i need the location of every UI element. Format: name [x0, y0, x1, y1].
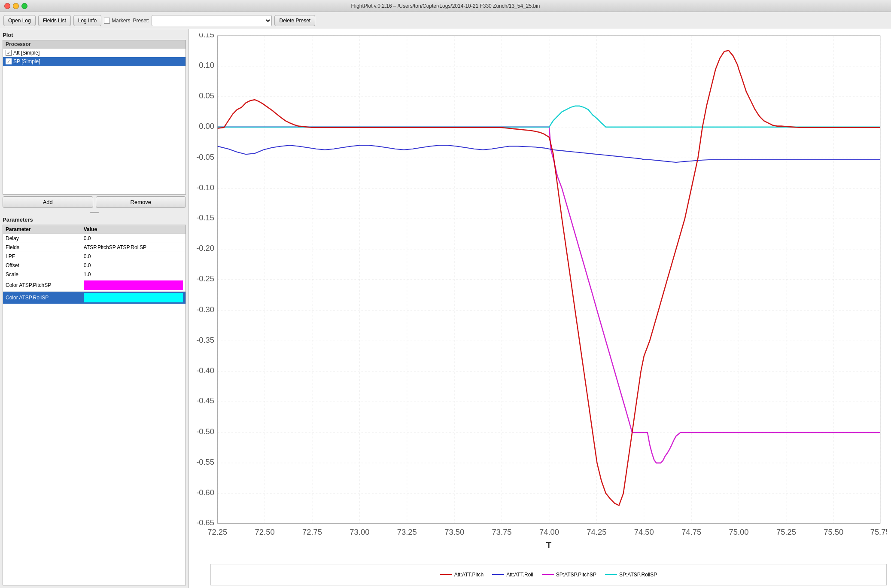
plot-list-header: Processor: [3, 40, 185, 49]
param-name: Color ATSP.RollSP: [3, 292, 81, 304]
param-name: Scale: [3, 270, 81, 279]
params-col-param: Parameter: [3, 225, 81, 234]
params-row[interactable]: Color ATSP.PitchSP: [3, 279, 185, 292]
remove-button[interactable]: Remove: [96, 196, 186, 208]
resizer[interactable]: [3, 210, 186, 214]
markers-label: Markers: [112, 18, 130, 24]
svg-text:-0.60: -0.60: [196, 488, 214, 497]
svg-text:72.75: 72.75: [302, 527, 322, 536]
svg-text:-0.35: -0.35: [196, 335, 214, 344]
color-swatch[interactable]: [84, 280, 183, 290]
legend-item-pitchsp: SP:ATSP.PitchSP: [542, 572, 596, 578]
params-row[interactable]: FieldsATSP.PitchSP ATSP.RollSP: [3, 243, 185, 252]
legend-label-pitchsp: SP:ATSP.PitchSP: [556, 572, 596, 578]
svg-text:72.50: 72.50: [255, 527, 275, 536]
params-row[interactable]: LPF0.0: [3, 252, 185, 261]
preset-label: Preset:: [133, 18, 149, 24]
close-button[interactable]: [4, 3, 10, 9]
plot-section-label: Plot: [3, 32, 186, 38]
param-value[interactable]: [81, 279, 185, 292]
legend-label-roll: Att:ATT.Roll: [506, 572, 533, 578]
maximize-button[interactable]: [21, 3, 27, 9]
svg-text:73.50: 73.50: [444, 527, 464, 536]
param-value: ATSP.PitchSP ATSP.RollSP: [81, 243, 185, 252]
markers-checkbox[interactable]: [104, 18, 110, 24]
svg-text:73.25: 73.25: [397, 527, 417, 536]
param-value: 0.0: [81, 234, 185, 243]
legend-line-roll: [492, 574, 504, 575]
params-section: Parameters Parameter Value Delay0.0Field…: [3, 216, 186, 585]
item-label-sp: SP [Simple]: [13, 58, 40, 64]
legend-label-rollsp: SP:ATSP.RollSP: [619, 572, 657, 578]
svg-text:T: T: [546, 540, 552, 550]
color-swatch[interactable]: [84, 293, 183, 302]
svg-text:-0.15: -0.15: [196, 213, 214, 222]
svg-text:-0.45: -0.45: [196, 396, 214, 405]
svg-text:-0.65: -0.65: [196, 518, 214, 527]
svg-text:0.05: 0.05: [199, 91, 214, 100]
param-name: Color ATSP.PitchSP: [3, 279, 81, 292]
chart-area: 0.15 0.10 0.05 0.00 -0.05 -0.10 -0.15: [193, 34, 887, 561]
window-controls[interactable]: [4, 3, 27, 9]
svg-text:74.75: 74.75: [681, 527, 701, 536]
params-table: Parameter Value Delay0.0FieldsATSP.Pitch…: [3, 225, 185, 304]
params-table-container: Parameter Value Delay0.0FieldsATSP.Pitch…: [3, 225, 186, 585]
param-value: 0.0: [81, 252, 185, 261]
param-value: 0.0: [81, 261, 185, 270]
right-panel: 0.15 0.10 0.05 0.00 -0.05 -0.10 -0.15: [189, 29, 891, 588]
legend-area: Att:ATT.Pitch Att:ATT.Roll SP:ATSP.Pitch…: [210, 564, 887, 585]
legend-line-pitchsp: [542, 574, 554, 575]
svg-text:75.00: 75.00: [729, 527, 749, 536]
svg-text:74.00: 74.00: [539, 527, 559, 536]
svg-text:-0.50: -0.50: [196, 427, 214, 436]
svg-text:-0.05: -0.05: [196, 152, 214, 161]
params-row[interactable]: Scale1.0: [3, 270, 185, 279]
svg-text:-0.10: -0.10: [196, 183, 214, 192]
svg-text:72.25: 72.25: [207, 527, 227, 536]
params-row[interactable]: Offset0.0: [3, 261, 185, 270]
param-name: Offset: [3, 261, 81, 270]
left-panel: Plot Processor Att [Simple] SP [Simple] …: [0, 29, 189, 588]
log-info-button[interactable]: Log Info: [73, 15, 101, 26]
params-row[interactable]: Delay0.0: [3, 234, 185, 243]
legend-item-pitch: Att:ATT.Pitch: [440, 572, 484, 578]
resizer-handle: [90, 212, 99, 213]
params-col-value: Value: [81, 225, 185, 234]
svg-text:0.10: 0.10: [199, 61, 214, 70]
window-title: FlightPlot v.0.2.16 – /Users/ton/Copter/…: [351, 3, 540, 9]
svg-text:74.50: 74.50: [634, 527, 654, 536]
legend-label-pitch: Att:ATT.Pitch: [454, 572, 484, 578]
open-log-button[interactable]: Open Log: [3, 15, 36, 26]
preset-select[interactable]: [152, 15, 272, 26]
list-item-selected[interactable]: SP [Simple]: [3, 57, 185, 66]
svg-text:0.00: 0.00: [199, 122, 214, 131]
legend-item-rollsp: SP:ATSP.RollSP: [605, 572, 657, 578]
params-row[interactable]: Color ATSP.RollSP: [3, 292, 185, 304]
svg-text:74.25: 74.25: [587, 527, 606, 536]
add-button[interactable]: Add: [3, 196, 93, 208]
svg-text:-0.20: -0.20: [196, 244, 214, 253]
fields-list-button[interactable]: Fields List: [38, 15, 71, 26]
param-name: LPF: [3, 252, 81, 261]
title-bar: FlightPlot v.0.2.16 – /Users/ton/Copter/…: [0, 0, 891, 12]
minimize-button[interactable]: [13, 3, 19, 9]
chart-svg: 0.15 0.10 0.05 0.00 -0.05 -0.10 -0.15: [193, 34, 887, 561]
svg-text:75.50: 75.50: [824, 527, 843, 536]
toolbar: Open Log Fields List Log Info Markers Pr…: [0, 12, 891, 29]
svg-text:0.15: 0.15: [199, 34, 214, 39]
delete-preset-button[interactable]: Delete Preset: [274, 15, 315, 26]
param-name: Fields: [3, 243, 81, 252]
params-section-label: Parameters: [3, 216, 186, 223]
markers-group: Markers: [104, 18, 130, 24]
list-item[interactable]: Att [Simple]: [3, 49, 185, 57]
param-value: 1.0: [81, 270, 185, 279]
svg-text:-0.55: -0.55: [196, 457, 214, 466]
item-checkbox-att[interactable]: [6, 50, 12, 56]
item-checkbox-sp[interactable]: [6, 58, 12, 64]
svg-text:-0.40: -0.40: [196, 366, 214, 375]
param-value[interactable]: [81, 292, 185, 304]
svg-text:73.75: 73.75: [492, 527, 512, 536]
plot-buttons: Add Remove: [3, 196, 186, 208]
legend-line-pitch: [440, 574, 452, 575]
item-label-att: Att [Simple]: [13, 50, 40, 56]
